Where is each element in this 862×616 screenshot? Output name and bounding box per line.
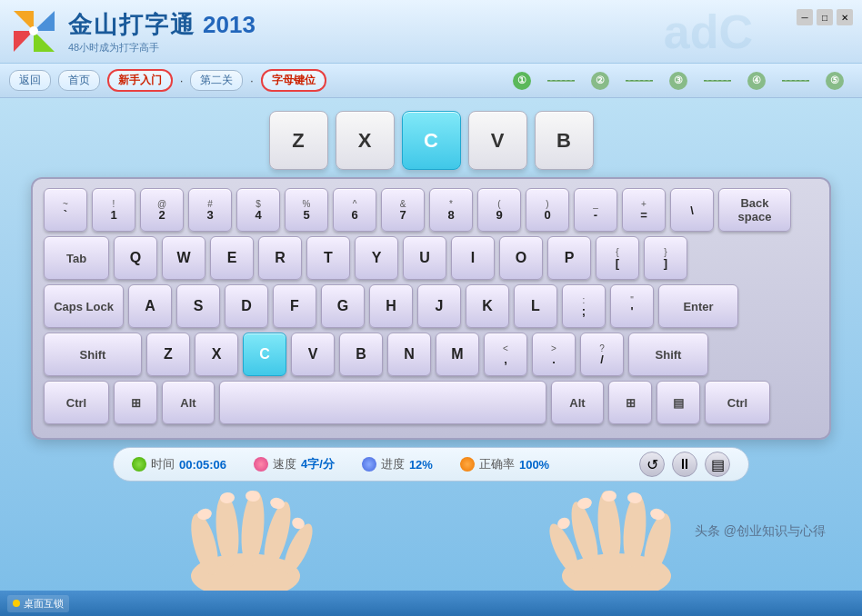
key-quote[interactable]: "' [610,284,654,328]
alt-right-key[interactable]: Alt [551,381,604,424]
key-minus[interactable]: _- [574,188,617,232]
key-1[interactable]: !1 [92,188,135,232]
hands-area: 头条 @创业知识与心得 [18,485,844,594]
key-m[interactable]: M [436,333,479,376]
key-6[interactable]: ^6 [333,188,376,232]
speed-value: 4字/分 [301,456,335,472]
key-2[interactable]: @2 [140,188,184,232]
step-5[interactable]: ⑤ [826,72,844,90]
reset-btn[interactable]: ↺ [639,452,665,477]
step-3[interactable]: ③ [669,72,687,90]
bg-watermark: adC [664,5,753,59]
key-o[interactable]: O [499,236,543,280]
ctrl-left-key[interactable]: Ctrl [44,381,109,424]
caps-lock-key[interactable]: Caps Lock [44,284,124,328]
key-backslash[interactable]: \ [670,188,714,232]
top-key-z[interactable]: Z [269,111,328,170]
right-hand-illustration [526,485,707,594]
key-c2[interactable]: C [243,333,286,376]
top-key-x[interactable]: X [336,111,395,170]
step-2[interactable]: ② [591,72,609,90]
key-5[interactable]: %5 [285,188,328,232]
key-j[interactable]: J [417,284,461,328]
key-y[interactable]: Y [355,236,398,280]
key-r[interactable]: R [258,236,302,280]
status-bar: 时间 00:05:06 速度 4字/分 进度 12% 正确率 100% ↺ ⏸ … [113,447,749,482]
backspace-key[interactable]: Backspace [718,188,791,232]
minimize-btn[interactable]: ─ [797,9,813,25]
key-comma[interactable]: <, [484,333,527,376]
key-8[interactable]: *8 [429,188,473,232]
key-v2[interactable]: V [291,333,335,376]
key-a[interactable]: A [128,284,172,328]
level2-button[interactable]: 第二关 [190,70,243,91]
taskbar: 桌面互锁 [0,591,862,616]
key-g[interactable]: G [321,284,365,328]
enter-key[interactable]: Enter [658,284,738,328]
key-w[interactable]: W [162,236,205,280]
top-key-b[interactable]: B [535,111,594,170]
taskbar-item[interactable]: 桌面互锁 [7,595,69,612]
svg-point-4 [29,26,38,35]
key-slash[interactable]: ?/ [580,333,624,376]
key-x2[interactable]: X [195,333,238,376]
step-1[interactable]: ① [513,72,531,90]
key-9[interactable]: (9 [477,188,521,232]
key-t[interactable]: T [306,236,350,280]
key-e[interactable]: E [210,236,254,280]
bottom-row: Ctrl ⊞ Alt Alt ⊞ ▤ Ctrl [44,381,818,424]
step-line-2 [626,80,653,82]
pause-btn[interactable]: ⏸ [672,452,697,477]
top-key-v[interactable]: V [468,111,527,170]
key-s[interactable]: S [176,284,220,328]
tab-key[interactable]: Tab [44,236,109,280]
key-u[interactable]: U [403,236,446,280]
progress-label: 进度 [381,456,405,472]
key-h[interactable]: H [369,284,413,328]
key-4[interactable]: $4 [236,188,280,232]
key-z2[interactable]: Z [146,333,190,376]
key-k[interactable]: K [466,284,509,328]
key-lbracket[interactable]: {[ [596,236,639,280]
space-key[interactable] [219,381,546,424]
key-0[interactable]: )0 [526,188,569,232]
key-backtick[interactable]: ~` [44,188,87,232]
save-btn[interactable]: ▤ [705,452,730,477]
lesson-button[interactable]: 字母键位 [261,69,326,92]
key-i[interactable]: I [451,236,495,280]
key-7[interactable]: &7 [381,188,425,232]
shift-right-key[interactable]: Shift [628,333,708,376]
key-n[interactable]: N [387,333,431,376]
alt-left-key[interactable]: Alt [162,381,215,424]
titlebar: 金山打字通 2013 48小时成为打字高手 adC ─ □ ✕ [0,0,862,64]
menu-key[interactable]: ▤ [657,381,700,424]
maximize-btn[interactable]: □ [817,9,833,25]
key-d[interactable]: D [225,284,268,328]
ctrl-right-key[interactable]: Ctrl [705,381,770,424]
beginner-button[interactable]: 新手入门 [107,69,173,92]
win-right-key[interactable]: ⊞ [608,381,652,424]
left-hand-illustration [155,485,336,594]
key-period[interactable]: >. [532,333,576,376]
key-l[interactable]: L [514,284,557,328]
taskbar-dot [13,600,20,607]
key-q[interactable]: Q [114,236,157,280]
key-rbracket[interactable]: }] [644,236,687,280]
top-key-c[interactable]: C [402,111,461,170]
accuracy-label: 正确率 [479,456,515,472]
back-button[interactable]: 返回 [9,70,51,91]
speed-label: 速度 [273,456,296,472]
key-p[interactable]: P [547,236,591,280]
shift-left-key[interactable]: Shift [44,333,142,376]
nav-separator: · [180,75,183,87]
key-b2[interactable]: B [339,333,383,376]
key-f[interactable]: F [273,284,316,328]
key-semicolon[interactable]: :; [562,284,606,328]
home-button[interactable]: 首页 [58,70,100,91]
key-3[interactable]: #3 [188,188,232,232]
close-btn[interactable]: ✕ [837,9,853,25]
time-label: 时间 [151,456,175,472]
win-left-key[interactable]: ⊞ [114,381,157,424]
step-4[interactable]: ④ [747,72,766,90]
key-equals[interactable]: += [622,188,666,232]
